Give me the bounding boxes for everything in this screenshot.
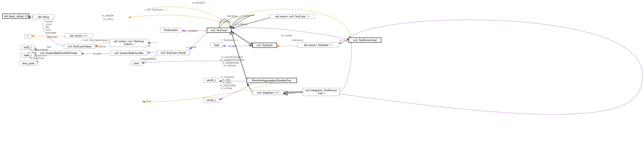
label-m-type: m_type [228,44,237,47]
label-m-assertonfailure: m_assertOnFailure [221,56,243,58]
label-m-continueonfailure: m_continueOnFailure [220,58,244,61]
node-ns3-singleton-t: ns3::Singleton< T > [252,90,284,95]
label-elements-1: elements [47,36,58,38]
node-ns3-systemwallclockms-private: ns3::SystemWallClockMsPrivate [36,51,82,55]
node-ns3-testcasefailure: ns3::TestCaseFailure [64,44,96,49]
label-m-priv: m_priv [93,52,101,55]
label-m-tempdir: m_tempDir [192,1,205,4]
label-elements-2: elements [96,45,106,48]
node-ns3-singleton-testrunnerimpl: ns3::Singleton< TestRunnerImpl > [303,88,340,96]
node-int64-t: int64_t [20,53,35,58]
node-std-vector-testcase-ptr: std::vector< ns3::TestCase * > [270,14,315,19]
node-uint16-t: uint16_t [203,98,219,102]
node-T: T [24,34,31,39]
node-std-vector-t: std::vector< T > [65,33,92,38]
label-testsuite-ptr: < TestSuite * > [221,39,238,42]
label-m-result: m_result [186,46,196,48]
node-testduration: TestDuration [160,28,182,32]
node-ns3-testcase-result: ns3::TestCase::Result [157,50,190,55]
label-m-nba: m_nBa [222,78,230,81]
node-time-point: time_point [19,61,38,66]
label-m-runner: m_runner [281,34,292,37]
label-m-parent: m_parent [220,20,230,23]
label-line: _line [46,46,51,48]
label-m-updatedata: m_updateData [222,61,239,64]
label-cond: cond [46,23,51,26]
diagram-container: std::basic_string< Char > std::string T … [0,0,644,144]
label-m-txsincebar: m_txSinceBar [220,84,236,87]
node-std-basic-string: std::basic_string< Char > [2,14,29,19]
node-type: Type [210,43,223,47]
label-limit: limit [46,28,50,31]
label-actual: actual [46,20,52,23]
label-m-nbar: m_nBar [222,81,231,84]
label-m-datadir: m_dataDir [102,14,114,17]
node-std-vector-testsuite: std::vector< TestSuite * > [297,43,339,47]
node-std-string: std::string [33,14,54,19]
label-ns3-testcasefailure-template: < ns3::TestCaseFailure > [82,39,110,42]
node-int32-t: int32_t [20,45,35,50]
label-m-name: m_name [103,18,113,20]
svg-line-14 [231,31,253,46]
node-uint32-t: uint32_t [203,78,219,82]
label-m-duration: m_duration [185,29,198,32]
node-std-vector-testcasefailure: std::vector< ns3::TestCaseFailure > [110,39,148,47]
node-bool: bool [131,61,142,66]
node-ns3-testcase: ns3::TestCase [207,28,231,33]
label-file: file [46,26,49,28]
label-m-children: m_children [235,23,248,26]
label-m-received: m_received [221,76,234,78]
arrows-svg [0,0,644,144]
node-ns3-testrunnerimpl: ns3::TestRunnerImpl [348,38,381,43]
label-m-verbose: m_verbose [223,64,236,67]
label-childrenfailed: childrenFailed [140,58,156,60]
node-ns3-systemwallclockms: ns3::SystemWallClockMs [110,51,148,55]
label-elements-4: elements [292,39,303,42]
node-blockack: BlockAckAggregationDisabledTest [246,78,297,83]
label-elements-3: elements [227,14,238,17]
label-m-txop: m_txop [142,100,151,102]
label-testrunnerimpl: < TestRunnerImpl > [283,90,306,93]
label-m-txtotal: m_txTotal [221,87,232,90]
node-ns3-testsuite: ns3::TestSuite [252,43,277,48]
label-ns3testcase-ptr: < ns3::TestCase * > [144,8,166,11]
label-message: message [46,31,56,34]
